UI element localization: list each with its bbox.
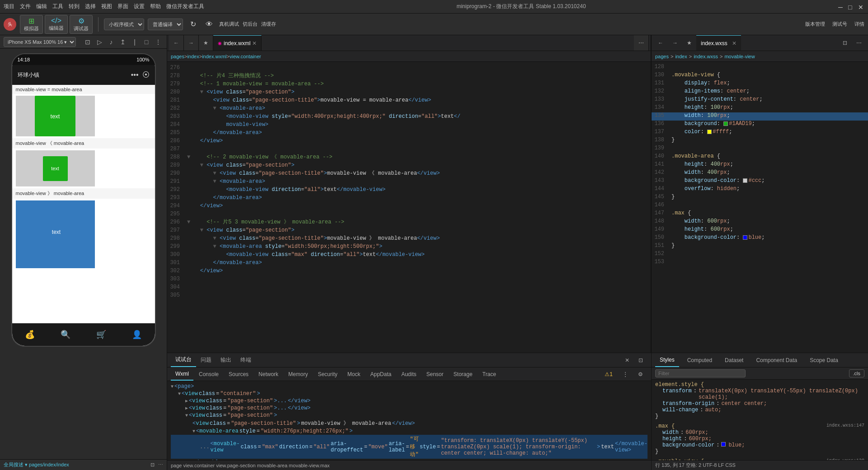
- styles-subtab-component-data[interactable]: Component Data: [751, 353, 802, 367]
- bookmarks-btn[interactable]: ★: [199, 35, 213, 51]
- debug-tab-problems[interactable]: 问题: [196, 353, 216, 367]
- home-icon[interactable]: ⦿: [142, 71, 150, 79]
- version-mgmt-button[interactable]: 版本管理: [805, 21, 825, 28]
- debug-subtab-storage[interactable]: Storage: [449, 368, 477, 381]
- debug-subtab-trace[interactable]: Trace: [478, 368, 501, 381]
- simulator-button[interactable]: ⊞ 模拟器: [20, 15, 43, 34]
- style-bc-index[interactable]: index: [675, 54, 687, 59]
- breadcrumb-file[interactable]: index.wxml: [202, 54, 226, 59]
- style-bc-file[interactable]: index.wxss: [694, 54, 718, 59]
- styles-rules-content[interactable]: element.style { transform : translateX(0…: [652, 380, 868, 460]
- screenshot-icon[interactable]: □: [141, 37, 151, 47]
- wxss-tab-close[interactable]: ✕: [732, 40, 737, 47]
- debug-expand-btn[interactable]: ⊡: [634, 353, 647, 367]
- menu-project[interactable]: 项目: [4, 3, 14, 10]
- styles-code-area[interactable]: 128 130.movable-view { 131 display: flex…: [652, 62, 868, 353]
- movable-view-greater[interactable]: text: [16, 200, 95, 268]
- clear-cache-button[interactable]: 清缓存: [261, 21, 276, 28]
- debug-more-btn[interactable]: ⋮: [618, 368, 633, 381]
- cls-button[interactable]: .cls: [849, 369, 865, 377]
- debug-settings-btn[interactable]: ⚙: [633, 368, 647, 381]
- style-bc-symbol[interactable]: movable-view: [724, 54, 755, 59]
- debug-subtab-mock[interactable]: Mock: [343, 368, 365, 381]
- page-content[interactable]: movable-view = movable-area text movable…: [12, 85, 155, 346]
- menu-goto[interactable]: 转到: [69, 3, 80, 10]
- styles-filter-input[interactable]: [655, 369, 746, 377]
- tree-line-1[interactable]: ▶ <view class="page-section">...</view>: [171, 397, 647, 405]
- debug-subtab-audits[interactable]: Audits: [397, 368, 421, 381]
- breadcrumb-symbol[interactable]: view.container: [230, 54, 261, 59]
- tree-line-title[interactable]: <view class="page-section-title">movable…: [171, 419, 647, 428]
- nav-item-4[interactable]: 👤: [132, 330, 142, 340]
- forward-icon[interactable]: ↥: [118, 37, 128, 47]
- menu-select[interactable]: 选择: [85, 3, 96, 10]
- user-avatar[interactable]: 头: [4, 18, 16, 31]
- debug-subtab-sensor[interactable]: Sensor: [422, 368, 448, 381]
- tree-line-container[interactable]: ▼ <view class="container">: [171, 390, 647, 397]
- styles-bookmarks[interactable]: ★: [682, 35, 696, 51]
- styles-nav-back[interactable]: ←: [653, 35, 668, 51]
- nav-fwd-btn[interactable]: →: [184, 35, 199, 51]
- debug-subtab-network[interactable]: Network: [254, 368, 283, 381]
- tree-line-2[interactable]: ▶ <view class="page-section">...</view>: [171, 405, 647, 412]
- debug-tab-output[interactable]: 输出: [216, 353, 236, 367]
- code-editor[interactable]: 276 278 <!-- 片4 三种拖拽情况 --> 279 <!-- 1 mo…: [167, 62, 651, 353]
- sim-more-icon[interactable]: ⋯: [158, 462, 163, 468]
- close-button[interactable]: ✕: [858, 4, 864, 10]
- sim-expand-icon[interactable]: ⊡: [150, 462, 155, 468]
- menu-settings[interactable]: 设置: [134, 3, 145, 10]
- nav-item-1[interactable]: 💰: [25, 330, 35, 340]
- tree-line-page[interactable]: ▼ <page>: [171, 383, 647, 390]
- movable-area-greater[interactable]: text: [16, 200, 95, 268]
- real-machine-button[interactable]: 真机调试: [219, 21, 239, 28]
- debug-close-btn[interactable]: ✕: [620, 353, 634, 367]
- dots-icon[interactable]: •••: [131, 71, 139, 79]
- qr-icon[interactable]: ⋮: [153, 37, 163, 47]
- menu-help[interactable]: 帮助: [150, 3, 161, 10]
- debug-subtab-memory[interactable]: Memory: [284, 368, 312, 381]
- breadcrumb-pages[interactable]: pages: [171, 54, 184, 59]
- minimize-button[interactable]: ─: [838, 4, 845, 10]
- movable-area-equal[interactable]: text: [16, 96, 95, 136]
- menu-view[interactable]: 视图: [101, 3, 112, 10]
- menu-wechat-devtools[interactable]: 微信开发者工具: [166, 3, 204, 10]
- debug-subtab-console[interactable]: Console: [194, 368, 223, 381]
- movable-view-less[interactable]: text: [43, 156, 68, 181]
- switch-bg-button[interactable]: 切后台: [243, 21, 258, 28]
- style-bc-pages[interactable]: pages: [655, 54, 669, 59]
- more-button[interactable]: 详情: [854, 21, 864, 28]
- debug-tab-terminal[interactable]: 终端: [236, 353, 256, 367]
- styles-subtab-computed[interactable]: Computed: [683, 353, 717, 367]
- styles-more2-btn[interactable]: ⋯: [852, 35, 866, 51]
- tab-index-wxml[interactable]: ◉ index.wxml ✕: [213, 35, 262, 51]
- debug-button[interactable]: ⚙ 调试器: [70, 15, 93, 34]
- styles-subtab-scope-data[interactable]: Scope Data: [805, 353, 843, 367]
- preview-icon[interactable]: 👁: [203, 18, 216, 31]
- debug-content[interactable]: ▼ <page> ▼ <view class="container"> ▶ <v…: [167, 381, 651, 460]
- compile-select[interactable]: 普通编译: [148, 19, 183, 30]
- styles-more-btn[interactable]: ⊡: [838, 35, 852, 51]
- movable-area-less[interactable]: text: [16, 150, 95, 186]
- tree-line-3[interactable]: ▼ <view class="page-section">: [171, 412, 647, 419]
- tab-wxml-close[interactable]: ✕: [252, 40, 257, 47]
- tree-line-movable-area[interactable]: ▼ <movable-area style="width:276px;heigh…: [171, 428, 647, 435]
- nav-back-btn[interactable]: ←: [169, 35, 184, 51]
- test-number-button[interactable]: 测试号: [832, 21, 847, 28]
- menu-interface[interactable]: 界面: [117, 3, 128, 10]
- play-icon[interactable]: ▷: [94, 37, 104, 47]
- tree-line-movable-view[interactable]: ... <movable-view class="max" direction=…: [171, 435, 647, 459]
- audio-icon[interactable]: ♪: [106, 37, 116, 47]
- editor-button[interactable]: </> 编辑器: [45, 15, 68, 34]
- styles-subtab-dataset[interactable]: Dataset: [720, 353, 748, 367]
- menu-file[interactable]: 文件: [20, 3, 31, 10]
- breadcrumb-index[interactable]: index: [187, 54, 199, 59]
- nav-item-2[interactable]: 🔍: [61, 330, 70, 340]
- movable-view-equal[interactable]: text: [35, 96, 75, 136]
- debug-subtab-wxml[interactable]: Wxml: [171, 368, 193, 381]
- styles-nav-fwd[interactable]: →: [668, 35, 682, 51]
- rotate-icon[interactable]: ⊡: [83, 37, 93, 47]
- menu-edit[interactable]: 编辑: [36, 3, 47, 10]
- debug-subtab-appdata[interactable]: AppData: [366, 368, 396, 381]
- maximize-button[interactable]: □: [848, 4, 854, 10]
- debug-subtab-security[interactable]: Security: [313, 368, 342, 381]
